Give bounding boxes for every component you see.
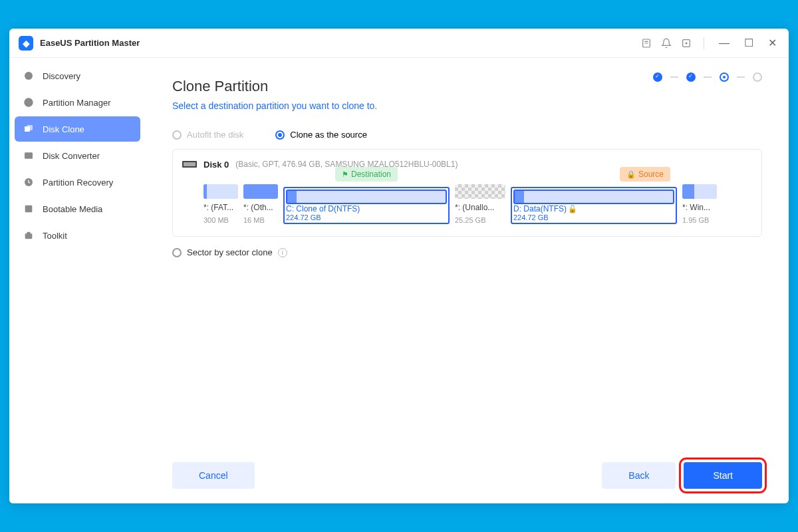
sidebar-item-disk-converter[interactable]: Disk Converter [15, 143, 140, 168]
partition-source[interactable]: 🔒Source D: Data(NTFS)🔓 224.72 GB [511, 187, 677, 224]
page-subtitle: Select a destination partition you want … [172, 100, 762, 111]
badge-label: Destination [351, 170, 391, 179]
sidebar: Discovery Partition Manager Disk Clone D… [9, 58, 146, 503]
step-3 [720, 72, 729, 82]
back-button[interactable]: Back [602, 462, 676, 489]
app-title: EaseUS Partition Master [40, 38, 140, 48]
toolkit-icon [23, 229, 35, 241]
step-line [737, 76, 745, 78]
radio-circle-icon [275, 130, 285, 140]
partition-destination[interactable]: ⚑Destination C: Clone of D(NTFS) 224.72 … [283, 187, 450, 224]
partition-bar [682, 184, 717, 199]
minimize-button[interactable]: — [716, 36, 732, 51]
partition-size: 224.72 GB [513, 213, 674, 221]
pie-icon [23, 96, 35, 108]
app-body: Discovery Partition Manager Disk Clone D… [9, 58, 789, 503]
partition-size: 300 MB [203, 216, 238, 224]
sidebar-item-label: Partition Manager [43, 98, 111, 108]
sidebar-item-partition-manager[interactable]: Partition Manager [15, 90, 140, 115]
partition-bar [286, 190, 447, 204]
compass-icon [23, 70, 35, 82]
recovery-icon [23, 176, 35, 188]
partition-size: 16 MB [243, 216, 278, 224]
sidebar-item-label: Disk Converter [43, 151, 100, 161]
media-icon [23, 203, 35, 215]
sidebar-item-label: Partition Recovery [43, 178, 113, 188]
titlebar: ◆ EaseUS Partition Master — ☐ ✕ [9, 29, 789, 58]
step-4 [753, 72, 762, 82]
notes-icon[interactable] [641, 38, 652, 49]
sidebar-item-disk-clone[interactable]: Disk Clone [15, 116, 140, 142]
partition-other[interactable]: *: (Oth... 16 MB [243, 184, 278, 224]
sector-clone-option[interactable]: Sector by sector clone i [172, 247, 762, 257]
sidebar-item-bootable-media[interactable]: Bootable Media [15, 196, 140, 221]
disk-panel: Disk 0 (Basic, GPT, 476.94 GB, SAMSUNG M… [172, 149, 762, 237]
sidebar-item-label: Disk Clone [43, 124, 84, 134]
step-2 [686, 72, 696, 82]
radio-clone-as-source[interactable]: Clone as the source [275, 130, 367, 140]
partition-bar [203, 184, 238, 199]
harddrive-icon [182, 159, 197, 170]
info-icon[interactable]: i [278, 248, 287, 257]
partition-label: *: (Unallo... [455, 203, 505, 212]
wizard-stepper [653, 72, 762, 82]
lock-icon: 🔒 [626, 170, 636, 179]
partition-bar [455, 184, 505, 199]
partition-size: 25.25 GB [455, 216, 505, 224]
svg-rect-8 [25, 152, 33, 158]
sector-label: Sector by sector clone [187, 247, 273, 257]
sidebar-item-toolkit[interactable]: Toolkit [15, 223, 140, 248]
partition-label: *: (FAT... [203, 203, 238, 212]
step-line [670, 76, 678, 78]
step-line [704, 76, 712, 78]
sidebar-item-discovery[interactable]: Discovery [15, 63, 140, 88]
partition-size: 1.95 GB [682, 216, 717, 224]
source-badge: 🔒Source [620, 167, 670, 182]
titlebar-controls: — ☐ ✕ [641, 35, 779, 51]
partition-row: *: (FAT... 300 MB *: (Oth... 16 MB ⚑Dest… [182, 184, 752, 224]
svg-rect-10 [25, 205, 33, 213]
step-1 [653, 72, 662, 82]
app-logo-icon: ◆ [19, 36, 33, 51]
partition-label: *: (Oth... [243, 203, 278, 212]
svg-rect-12 [184, 162, 196, 166]
checkbox-icon [172, 248, 182, 257]
partition-bar [243, 184, 278, 199]
partition-fat[interactable]: *: (FAT... 300 MB [203, 184, 238, 224]
sidebar-item-label: Bootable Media [43, 204, 102, 214]
destination-badge: ⚑Destination [335, 167, 398, 182]
unlock-icon: 🔓 [568, 205, 577, 213]
partition-label: C: Clone of D(NTFS) [286, 204, 447, 213]
clone-mode-radios: Autofit the disk Clone as the source [172, 130, 762, 140]
clone-icon [23, 123, 35, 135]
menu-icon[interactable] [681, 38, 692, 49]
partition-size: 224.72 GB [286, 213, 447, 221]
partition-bar [513, 190, 674, 204]
start-button[interactable]: Start [684, 462, 762, 489]
disk-icon [23, 150, 35, 162]
sidebar-item-partition-recovery[interactable]: Partition Recovery [15, 170, 140, 195]
disk-name: Disk 0 [203, 160, 229, 170]
radio-autofit[interactable]: Autofit the disk [172, 130, 243, 140]
partition-label: *: Win... [682, 203, 717, 212]
radio-label: Clone as the source [290, 130, 367, 140]
sidebar-item-label: Discovery [43, 71, 80, 81]
svg-point-4 [686, 43, 687, 44]
wizard-footer: Cancel Back Start [172, 462, 762, 489]
titlebar-divider [704, 37, 704, 49]
partition-unallocated[interactable]: *: (Unallo... 25.25 GB [455, 184, 505, 224]
main-content: Clone Partition Select a destination par… [146, 58, 789, 503]
partition-win[interactable]: *: Win... 1.95 GB [682, 184, 717, 224]
flag-icon: ⚑ [342, 170, 348, 179]
cancel-button[interactable]: Cancel [172, 462, 255, 489]
radio-label: Autofit the disk [187, 130, 243, 140]
bell-icon[interactable] [661, 38, 672, 49]
radio-circle-icon [172, 130, 182, 140]
partition-label: D: Data(NTFS)🔓 [513, 204, 674, 213]
badge-label: Source [638, 170, 664, 179]
close-button[interactable]: ✕ [765, 35, 779, 51]
app-window: ◆ EaseUS Partition Master — ☐ ✕ Discover… [9, 29, 789, 503]
sidebar-item-label: Toolkit [43, 231, 67, 241]
maximize-button[interactable]: ☐ [741, 35, 756, 51]
svg-point-5 [25, 72, 33, 80]
